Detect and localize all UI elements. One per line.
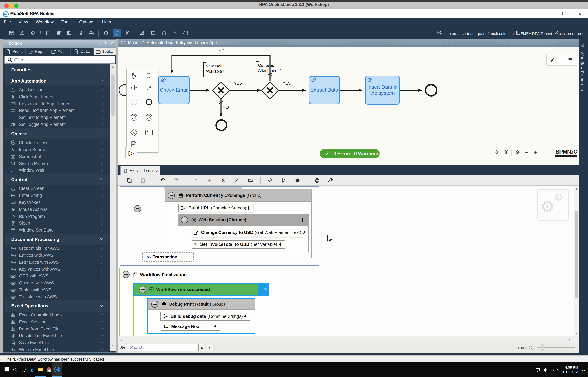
toolbox-item-entities-with-aws[interactable]: awsEntities with AWS☆	[5, 252, 112, 259]
box-toolbar-button[interactable]	[87, 29, 95, 37]
notification-tray-icon[interactable]	[581, 367, 586, 372]
tab-extract-data[interactable]: Extract Data ✕	[121, 166, 160, 175]
toolbox-scrollbar[interactable]: ▲ ▼	[110, 64, 116, 351]
scrollbar-thumb[interactable]	[111, 74, 115, 116]
step-build-url[interactable]: Build URL(Combine Strings)	[178, 204, 253, 212]
toolbox-item-excel-session[interactable]: Excel Session☆	[5, 318, 112, 326]
toolbox-item-click-app-element[interactable]: Click App Element☆	[5, 93, 112, 100]
toolbox-item-search-pattern[interactable]: Search Pattern☆	[5, 160, 112, 167]
floppy-toolbar-button[interactable]	[7, 29, 16, 37]
menu-help[interactable]: Help	[98, 18, 115, 24]
toolbox-item-queries-with-aws[interactable]: awsQueries with AWS☆	[5, 280, 112, 287]
toolbox-item-set-toggle-app-element[interactable]: Set Toggle App Element☆	[5, 121, 112, 128]
palette-hand-tool[interactable]	[128, 70, 139, 81]
scroll-left-icon[interactable]: ‹	[121, 338, 122, 342]
menu-options[interactable]: Options	[75, 18, 98, 24]
toolbox-tab-out[interactable]: Out...	[71, 48, 93, 55]
expand-chevrons-icon[interactable]: »	[264, 286, 267, 292]
palette-end-event-tool[interactable]	[144, 96, 154, 107]
collapse-icon[interactable]	[168, 192, 175, 199]
canvas-corner-buttons[interactable]	[546, 54, 576, 66]
language-indicator[interactable]: ESP	[551, 368, 558, 372]
palette-timer-event-tool[interactable]	[144, 112, 154, 122]
brush-icon[interactable]	[550, 57, 555, 62]
down-flow-button[interactable]	[205, 176, 214, 185]
bpmn-io-logo[interactable]: BPMN.iO	[555, 149, 577, 157]
collapse-node[interactable]	[134, 205, 141, 212]
nodes-toolbar-button[interactable]	[138, 29, 147, 37]
palette-task-tool[interactable]	[144, 127, 154, 138]
end-event[interactable]	[425, 84, 438, 96]
search-icon[interactable]	[492, 150, 501, 156]
minimize-button[interactable]: –	[543, 10, 555, 18]
search-input[interactable]: Search...	[127, 344, 197, 351]
zoom-slider-thumb[interactable]	[541, 344, 544, 352]
workflow-editor[interactable]: Perform Currency Exchange(Group) Build U…	[118, 186, 578, 336]
palette-gateway-tool[interactable]: ✕	[128, 127, 139, 138]
toolbox-item-window-set-state[interactable]: Window Set State☆	[5, 227, 112, 234]
filewarn-toolbar-button[interactable]	[124, 29, 132, 37]
toolbox-item-write-to-excel-file[interactable]: Write to Excel File☆	[5, 346, 112, 352]
step-workflow-run-succeeded[interactable]: Workflow run succeeded »	[133, 283, 269, 296]
toolbox-tab-rep[interactable]: Rep...	[26, 48, 48, 55]
toolbox-item-save-excel-file[interactable]: Save Excel File☆	[5, 339, 112, 346]
toolbox-item-check-process[interactable]: Check Process☆	[5, 139, 112, 146]
asterisk-toolbar-button[interactable]: *	[171, 29, 179, 37]
up-flow-button[interactable]	[192, 176, 200, 185]
editor-hscrollbar[interactable]: ‹ ›	[118, 336, 578, 343]
toolbox-item-app-session[interactable]: App Session☆	[5, 86, 112, 93]
toolbox-item-ocr-with-aws[interactable]: awsOCR with AWS☆	[5, 273, 112, 280]
section-excel-operations[interactable]: Excel Operations	[5, 300, 112, 312]
find-button[interactable]	[119, 344, 126, 351]
file-toolbar-button[interactable]	[44, 29, 52, 37]
section-favorites[interactable]: Favorites	[5, 64, 112, 75]
network-tray-icon[interactable]	[535, 367, 540, 372]
menu-file[interactable]: File	[0, 18, 15, 24]
palette-play-tool[interactable]: ▷	[125, 147, 137, 158]
taskbar-clock[interactable]: 4:59 PM 11/13/2023	[561, 365, 578, 374]
toolbox-filter[interactable]	[4, 56, 115, 64]
step-change-currency[interactable]: Change Currency to USD(Get Web Element T…	[191, 228, 305, 237]
gear-toolbar-button[interactable]: ⚙	[102, 29, 110, 37]
collapse-icon[interactable]	[139, 286, 146, 293]
del-flow-button[interactable]: ×	[219, 176, 227, 185]
task-insert-data[interactable]: ⚙Insert Data in the system	[365, 76, 400, 105]
canvas-zoom-controls[interactable]: − +	[492, 148, 552, 158]
end-event-no[interactable]	[215, 119, 227, 131]
collapse-icon[interactable]	[181, 216, 188, 224]
section-document-processing[interactable]: Document Processing	[5, 234, 112, 245]
volume-tray-icon[interactable]	[543, 367, 548, 372]
filter-input[interactable]	[14, 57, 114, 62]
toolbox-item-read-text-from-app-element[interactable]: Read Text from App Element☆	[5, 107, 112, 114]
toolbox-tab-tool[interactable]: Tool...	[93, 48, 116, 55]
group-workflow-finalization[interactable]: Workflow Finalization Workflow run succe…	[119, 268, 284, 336]
books-toolbar-button[interactable]	[65, 29, 74, 37]
workflow-properties-strip[interactable]: ⚙ Workflow Properties	[578, 39, 588, 355]
palette-intermediate-event-tool[interactable]	[128, 112, 139, 122]
reset-viewport-icon[interactable]	[513, 150, 522, 156]
step-message-box[interactable]: Message Box	[161, 322, 220, 331]
toolbox-item-window-wait[interactable]: Window Wait☆	[5, 167, 112, 174]
copy-flow-button[interactable]	[125, 176, 134, 185]
toolbox-tab-acti[interactable]: Acti...	[48, 48, 71, 55]
section-checks[interactable]: Checks	[5, 128, 112, 139]
bpmn-canvas[interactable]: ⚙Check Email ⚙Extract Data ⚙Insert Data …	[118, 47, 578, 165]
palette-start-event-tool[interactable]	[128, 96, 139, 107]
palette-space-tool-tool[interactable]	[128, 82, 139, 93]
task-extract-data[interactable]: ⚙Extract Data	[309, 76, 340, 104]
home-toolbar-button[interactable]	[160, 29, 168, 37]
toolbox-collapse-icon[interactable]: ⌄	[98, 41, 101, 46]
wrench-flow-button[interactable]	[326, 176, 335, 185]
zoom-out-icon[interactable]: −	[522, 150, 531, 156]
maximize-button[interactable]: ❐	[558, 10, 570, 18]
toolbox-tab-proj[interactable]: Proj...	[3, 48, 26, 55]
validation-badge[interactable]: ✓0 Errors, 0 Warnings	[320, 149, 380, 158]
section-app-automation[interactable]: App Automation	[5, 75, 112, 86]
toolbox-item-erp-docs-with-aws[interactable]: awsERP Docs with AWS☆	[5, 259, 112, 266]
step-set-invoicetotal[interactable]: ✎ Set invoiceTotal to USD(Set Variable)	[192, 240, 285, 249]
undo-flow-button[interactable]: ↶	[159, 176, 167, 185]
taskbar-mulesoft[interactable]	[52, 362, 62, 377]
toolbox-item-clear-screen[interactable]: Clear Screen☆	[5, 185, 112, 192]
collapse-icon[interactable]	[123, 271, 130, 278]
step-build-debug-data[interactable]: Build debug data(Combine Strings)	[160, 312, 250, 321]
